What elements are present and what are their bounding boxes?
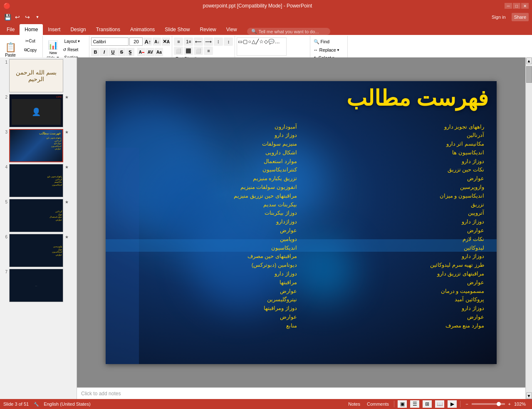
notes-area[interactable]: Click to add notes [77, 387, 525, 399]
zoom-slider[interactable] [472, 403, 505, 405]
slide-thumbnail-2[interactable]: 2 CPR 👤 ★ [2, 94, 75, 127]
shape-rounded-rect[interactable]: ▢ [243, 39, 247, 55]
bold-button[interactable]: B [91, 48, 99, 56]
font-name-input[interactable] [91, 37, 129, 46]
align-left-button[interactable]: ⬜ [174, 47, 183, 55]
copy-button[interactable]: ⧉ Copy [20, 46, 41, 54]
slide-title[interactable]: فهرست مطالب [114, 85, 488, 111]
strikethrough-button[interactable]: S [117, 48, 126, 56]
shape-diamond[interactable]: ◇ [264, 39, 268, 55]
scroll-down-button[interactable]: ▼ [526, 392, 532, 399]
shape-callout[interactable]: 💬 [268, 39, 275, 55]
shape-rect[interactable]: ▭ [238, 39, 242, 55]
window-title: powerpoint.ppt [Compatibility Mode] - Po… [203, 3, 312, 9]
slide-image-7[interactable]: ... [9, 269, 63, 302]
outline-view-button[interactable]: ☰ [410, 400, 419, 408]
indent-decrease-button[interactable]: ⟵ [194, 37, 203, 46]
tab-review[interactable]: Review [195, 24, 221, 35]
slide-thumbnail-1[interactable]: 1 بسم الله الرحمن الرحيم [2, 59, 75, 92]
slide-thumbnail-5[interactable]: 5 آدرنالیندوزاژموارد استعمالعوارض ★ [2, 199, 75, 232]
align-right-button[interactable]: ⬜ [194, 47, 203, 55]
scroll-up-button[interactable]: ▲ [526, 57, 532, 64]
slide-canvas[interactable]: فهرست مطالب راههای تجویز داروآدرنالینمکا… [106, 81, 497, 364]
slideshow-button[interactable]: ▶ [448, 400, 457, 408]
comments-button[interactable]: Comments [365, 402, 391, 407]
slide-thumbnail-7[interactable]: 7 ... [2, 269, 75, 302]
shape-oval[interactable]: ○ [248, 39, 251, 55]
quick-access-more-button[interactable]: ▼ [33, 13, 42, 21]
numbering-button[interactable]: 1≡ [184, 37, 193, 46]
undo-button[interactable]: ↩ [13, 13, 22, 21]
columns-button[interactable]: ⫶ [214, 37, 223, 46]
slide-image-5[interactable]: آدرنالیندوزاژموارد استعمالعوارض [9, 199, 63, 232]
layout-button[interactable]: Layout ▼ [62, 38, 87, 45]
slide-image-6[interactable]: واژوپرسیندوزاژاندیکاسیونعوارض [9, 234, 63, 267]
char-spacing-button[interactable]: AV [146, 48, 154, 56]
cut-button[interactable]: ✂ Cut [20, 37, 41, 45]
indent-increase-button[interactable]: ⟶ [204, 37, 213, 46]
tab-home[interactable]: Home [20, 24, 43, 35]
clear-format-button[interactable]: ✕A [162, 37, 170, 46]
zoom-controls: − + 102% [464, 402, 529, 407]
vertical-scrollbar[interactable]: ▲ ▼ [525, 57, 532, 399]
notes-button[interactable]: Notes [346, 402, 362, 407]
font-size-input[interactable] [129, 37, 143, 46]
line-spacing-button[interactable]: ↕ [224, 37, 233, 46]
font-size-increase-button[interactable]: A↑ [144, 37, 152, 46]
slide-left-item: نکات لازم [305, 235, 484, 244]
change-case-button[interactable]: Aa [155, 48, 163, 56]
shape-line[interactable]: ╱ [256, 39, 259, 55]
scroll-thumb[interactable] [526, 66, 532, 83]
replace-button[interactable]: ↔ Replace ▼ [312, 47, 341, 53]
font-color-button[interactable]: A▬ [137, 48, 146, 56]
slide-image-3[interactable]: فهرست مطالب راههای تجویز داروآدرنالیندوز… [9, 129, 63, 162]
slide-thumbnail-6[interactable]: 6 واژوپرسیندوزاژاندیکاسیونعوارض ★ [2, 234, 75, 267]
slide-right-item: دوزاژ بیکربنات [118, 209, 297, 218]
slide-thumbnail-4[interactable]: 4 راههای تجویز داروآدرنالینمکانیسماندیکا… [2, 164, 75, 197]
italic-button[interactable]: I [100, 48, 108, 56]
title-bar: 🔴 powerpoint.ppt [Compatibility Mode] - … [0, 0, 532, 12]
align-center-button[interactable]: ⬛ [184, 47, 193, 55]
tell-me-input[interactable]: Tell me what you want to do... [259, 29, 319, 34]
close-button[interactable]: ✕ [521, 3, 529, 9]
slide-right-item: نیتروگلیسرین [118, 295, 297, 304]
slide-number-1: 1 [2, 59, 7, 64]
tab-animations[interactable]: Animations [125, 24, 160, 35]
shape-arrow[interactable]: △ [252, 39, 255, 55]
tab-view[interactable]: View [221, 24, 242, 35]
tab-file[interactable]: File [2, 24, 20, 35]
slide-canvas-wrapper[interactable]: فهرست مطالب راههای تجویز داروآدرنالینمکا… [77, 57, 525, 387]
window-controls[interactable]: ─ □ ✕ [505, 3, 529, 9]
share-button[interactable]: Share [512, 13, 529, 21]
slide-right-item: انفوزیون سولفات منیزیم [118, 183, 297, 192]
reset-button[interactable]: ↺ Reset [62, 45, 87, 54]
zoom-in-button[interactable]: + [507, 402, 512, 407]
redo-button[interactable]: ↪ [23, 13, 32, 21]
tab-insert[interactable]: Insert [43, 24, 65, 35]
status-divider [394, 401, 394, 407]
shadow-button[interactable]: S̲ [126, 48, 134, 56]
find-button[interactable]: 🔍 Find [312, 38, 331, 45]
underline-button[interactable]: U [109, 48, 117, 56]
shape-star[interactable]: ☆ [259, 39, 264, 55]
shape-more[interactable]: … [275, 39, 280, 55]
tab-transitions[interactable]: Transitions [91, 24, 125, 35]
zoom-out-button[interactable]: − [464, 402, 470, 407]
signin-button[interactable]: Sign in [489, 13, 508, 21]
slide-thumbnail-3[interactable]: 3 فهرست مطالب راههای تجویز داروآدرنالیند… [2, 129, 75, 162]
reading-view-button[interactable]: 📖 [435, 400, 444, 408]
tab-design[interactable]: Design [65, 24, 91, 35]
save-button[interactable]: 💾 [3, 13, 12, 21]
slide-image-4[interactable]: راههای تجویز داروآدرنالینمکانیسماندیکاسی… [9, 164, 63, 197]
slide-sorter-button[interactable]: ⊞ [423, 400, 432, 408]
normal-view-button[interactable]: ▣ [398, 400, 407, 408]
slide-left-item: عوارض [305, 278, 484, 287]
bullets-button[interactable]: ≡ [174, 37, 183, 46]
font-size-decrease-button[interactable]: A↓ [153, 37, 161, 46]
maximize-button[interactable]: □ [513, 3, 520, 9]
tab-slideshow[interactable]: Slide Show [160, 24, 195, 35]
minimize-button[interactable]: ─ [505, 3, 512, 9]
slide-image-2[interactable]: CPR 👤 [9, 94, 63, 127]
justify-button[interactable]: ≡ [204, 47, 213, 55]
slide-image-1[interactable]: بسم الله الرحمن الرحيم [9, 59, 63, 92]
